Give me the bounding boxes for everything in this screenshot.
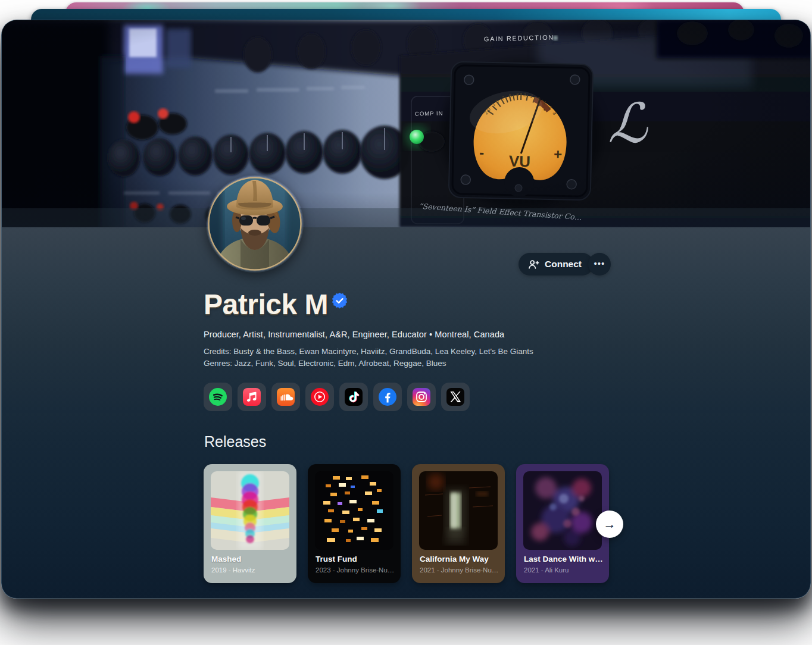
social-apple-music-button[interactable] [238,383,266,411]
release-meta: 2021 - Ali Kuru [524,566,603,574]
release-artwork [315,471,393,550]
social-x-button[interactable] [441,383,470,411]
brand-script-logo: ℒ [608,96,647,151]
ellipsis-icon: ••• [594,258,605,268]
social-spotify-button[interactable] [204,383,232,411]
profile-page: 20 10 7 5 3 2 1 0 1 2 3 VU - + [0,0,812,645]
social-youtube-music-button[interactable] [305,383,334,411]
connect-button[interactable]: Connect [519,253,594,275]
release-title: Mashed [211,555,291,563]
tiktok-icon [345,388,363,406]
comp-in-label: COMP IN [415,110,444,117]
social-tiktok-button[interactable] [339,383,368,411]
release-title: California My Way [420,555,499,563]
release-artwork [419,471,498,550]
social-facebook-button[interactable] [373,383,402,411]
release-artwork [211,471,289,550]
avatar[interactable] [206,175,304,273]
credits-line: Credits: Busty & the Bass, Ewan Macintyr… [204,347,533,356]
release-meta: 2023 - Johnny Brise-Nu… [316,566,395,574]
connect-button-label: Connect [545,259,582,270]
social-instagram-button[interactable] [407,383,436,411]
social-soundcloud-button[interactable] [271,383,300,411]
apple-music-icon [243,388,261,406]
name-row: Patrick M [204,289,348,321]
carousel-next-button[interactable]: → [596,511,623,538]
social-links-row [204,383,470,411]
more-options-button[interactable]: ••• [588,253,611,275]
roles-location-line: Producer, Artist, Instrumentalist, A&R, … [204,330,504,339]
profile-card: 20 10 7 5 3 2 1 0 1 2 3 VU - + [1,20,811,599]
releases-heading: Releases [204,433,266,450]
cover-photo: 20 10 7 5 3 2 1 0 1 2 3 VU - + [2,20,811,227]
spotify-icon [209,388,227,406]
release-meta: 2021 - Johnny Brise-Nu… [420,566,499,574]
arrow-right-icon: → [604,517,616,531]
cover-photo-illustration: 20 10 7 5 3 2 1 0 1 2 3 VU - + [2,20,811,227]
facebook-icon [379,388,396,406]
youtube-music-icon [311,388,329,406]
release-card-trust-fund[interactable]: Trust Fund 2023 - Johnny Brise-Nu… [308,464,401,583]
release-title: Trust Fund [316,555,395,563]
instagram-icon [413,388,430,406]
release-meta: 2019 - Havvitz [211,566,291,574]
release-card-california-my-way[interactable]: California My Way 2021 - Johnny Brise-Nu… [412,464,505,583]
release-card-mashed[interactable]: Mashed 2019 - Havvitz [204,464,296,583]
soundcloud-icon [277,388,295,406]
release-artwork [523,471,602,550]
x-twitter-icon [446,388,464,406]
person-add-icon [528,259,539,270]
verified-badge-icon [332,293,348,311]
release-card-last-dance[interactable]: Last Dance With w… 2021 - Ali Kuru [516,464,609,583]
genres-line: Genres: Jazz, Funk, Soul, Electronic, Ed… [204,359,446,368]
release-title: Last Dance With w… [524,555,603,563]
avatar-portrait [206,175,304,273]
page-title: Patrick M [204,289,328,321]
